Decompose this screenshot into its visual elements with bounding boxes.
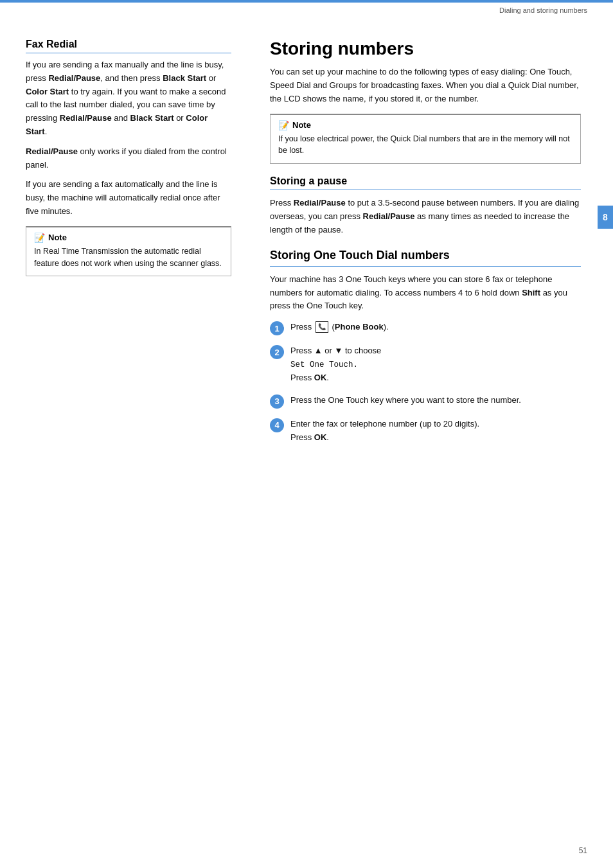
step-content-3: Press the One Touch key where you want t… — [290, 394, 521, 407]
step-2: 2 Press ▲ or ▼ to choose Set One Touch. … — [270, 344, 581, 385]
set-one-touch-monospace: Set One Touch. — [290, 360, 358, 369]
content-area: Fax Redial If you are sending a fax manu… — [0, 26, 613, 868]
fax-redial-para3: If you are sending a fax automatically a… — [26, 178, 231, 218]
fax-redial-title: Fax Redial — [26, 39, 231, 53]
page-number-bottom: 51 — [579, 846, 587, 855]
phone-book-icon: 📞 — [315, 321, 328, 333]
storing-pause-title: Storing a pause — [270, 175, 581, 190]
fax-redial-para1: If you are sending a fax manually and th… — [26, 58, 231, 139]
note-text-right: If you lose electrical power, the Quick … — [278, 133, 573, 157]
note-header: 📝 Note — [34, 233, 223, 243]
left-column: Fax Redial If you are sending a fax manu… — [0, 26, 251, 868]
step-1: 1 Press 📞 (Phone Book). — [270, 321, 581, 335]
storing-pause-text: Press Redial/Pause to put a 3.5-second p… — [270, 197, 581, 236]
note-label-right: Note — [292, 120, 311, 130]
one-touch-title: Storing One Touch Dial numbers — [270, 248, 581, 266]
note-text: In Real Time Transmission the automatic … — [34, 245, 223, 270]
header-bar: Dialing and storing numbers — [499, 3, 587, 18]
step-3: 3 Press the One Touch key where you want… — [270, 394, 581, 409]
note-header-right: 📝 Note — [278, 120, 573, 130]
one-touch-intro: Your machine has 3 One Touch keys where … — [270, 273, 581, 313]
step-content-4: Enter the fax or telephone number (up to… — [290, 418, 479, 445]
step-circle-4: 4 — [270, 418, 284, 432]
note-label: Note — [48, 233, 67, 242]
note-icon: 📝 — [34, 233, 45, 243]
storing-numbers-title: Storing numbers — [270, 39, 581, 59]
step-content-1: Press 📞 (Phone Book). — [290, 321, 389, 334]
fax-redial-para2: Redial/Pause only works if you dialed fr… — [26, 145, 231, 172]
step-circle-2: 2 — [270, 345, 284, 359]
step-content-2: Press ▲ or ▼ to choose Set One Touch. Pr… — [290, 344, 381, 385]
right-column: Storing numbers You can set up your mach… — [251, 26, 613, 868]
step-circle-1: 1 — [270, 321, 284, 335]
step-circle-3: 3 — [270, 394, 284, 409]
storing-numbers-intro: You can set up your machine to do the fo… — [270, 66, 581, 105]
section-tab: 8 — [598, 206, 613, 229]
storing-numbers-note: 📝 Note If you lose electrical power, the… — [270, 114, 581, 164]
steps-list: 1 Press 📞 (Phone Book). 2 Press ▲ or ▼ t… — [270, 321, 581, 444]
fax-redial-note: 📝 Note In Real Time Transmission the aut… — [26, 226, 231, 277]
note-icon-right: 📝 — [278, 120, 289, 130]
chapter-title: Dialing and storing numbers — [499, 6, 587, 14]
step-4: 4 Enter the fax or telephone number (up … — [270, 418, 581, 445]
